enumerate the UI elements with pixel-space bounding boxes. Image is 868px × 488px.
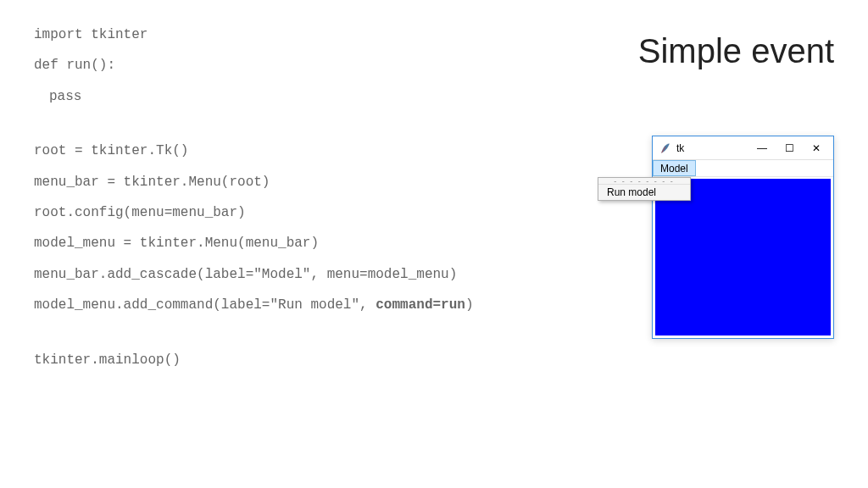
dropdown-menu: - - - - - - - - Run model: [598, 177, 691, 201]
dropdown-tearoff[interactable]: - - - - - - - -: [598, 178, 690, 185]
close-button[interactable]: ✕: [803, 139, 830, 158]
tkinter-window: tk — ☐ ✕ Model - - - - - - - - Run model: [652, 136, 834, 339]
tk-feather-icon: [659, 142, 671, 154]
canvas-area: [655, 179, 831, 336]
dropdown-run-model[interactable]: Run model: [598, 185, 690, 200]
code-line: menu_bar.add_cascade(label="Model", menu…: [34, 265, 474, 284]
minimize-button[interactable]: —: [748, 139, 776, 158]
window-menubar: Model: [653, 160, 833, 177]
window-titlebar: tk — ☐ ✕: [653, 136, 833, 160]
code-line: import tkinter: [34, 25, 474, 44]
code-line: def run():: [34, 56, 474, 75]
code-line: model_menu.add_command(label="Run model"…: [34, 296, 474, 314]
code-line: root = tkinter.Tk(): [34, 141, 474, 160]
code-line: menu_bar = tkinter.Menu(root): [34, 173, 474, 191]
code-line: pass: [34, 87, 474, 106]
slide-title: Simple event: [638, 32, 834, 70]
code-line: root.config(menu=menu_bar): [34, 203, 474, 222]
code-line: tkinter.mainloop(): [34, 351, 474, 369]
window-title: tk: [676, 142, 684, 154]
code-block: import tkinter def run(): pass root = tk…: [34, 25, 474, 381]
menu-model[interactable]: Model: [653, 160, 696, 176]
code-line: model_menu = tkinter.Menu(menu_bar): [34, 234, 474, 252]
maximize-button[interactable]: ☐: [776, 139, 803, 158]
